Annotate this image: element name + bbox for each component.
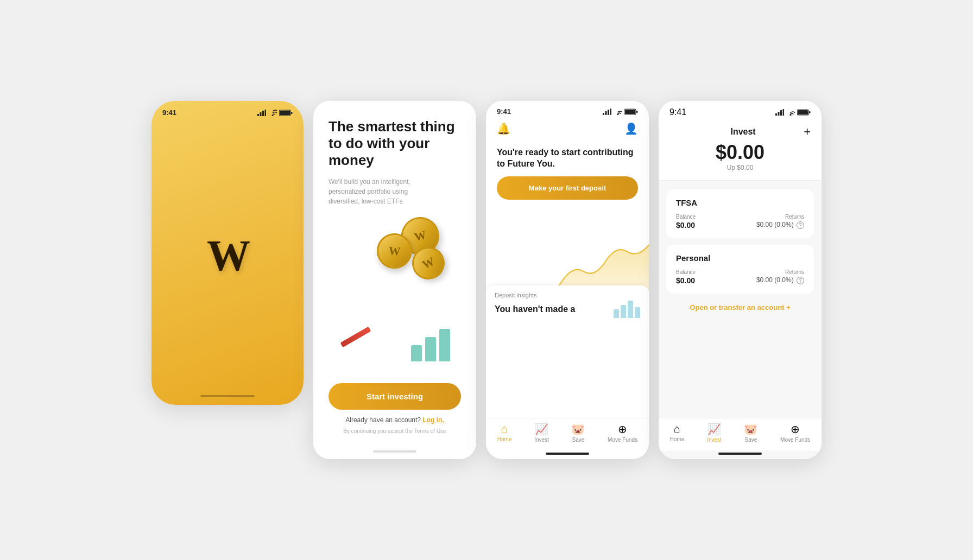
nav-save-label: Save bbox=[572, 437, 585, 443]
invest-screen: 9:41 bbox=[659, 101, 822, 459]
personal-returns-label: Returns bbox=[756, 269, 804, 275]
tfsa-balance-label: Balance bbox=[676, 214, 696, 220]
profile-icon[interactable]: 👤 bbox=[624, 122, 638, 135]
home-nav-icon: ⌂ bbox=[501, 423, 508, 435]
logo-area: W bbox=[207, 117, 248, 395]
nav-move-funds-label: Move Funds bbox=[608, 437, 637, 443]
invest-total-value: $0.00 bbox=[669, 141, 811, 164]
start-investing-button[interactable]: Start investing bbox=[328, 383, 461, 410]
tfsa-returns-label: Returns bbox=[756, 214, 804, 220]
status-bar: 9:41 bbox=[659, 101, 822, 120]
invest-nav-save[interactable]: 🐷 Save bbox=[744, 423, 757, 443]
personal-account-card[interactable]: Personal Balance $0.00 Returns $0.00 (0.… bbox=[666, 245, 814, 294]
nav-save-label: Save bbox=[745, 437, 757, 443]
nav-invest-label: Invest bbox=[534, 437, 549, 443]
personal-details-row: Balance $0.00 Returns $0.00 (0.0%) ? bbox=[676, 269, 804, 285]
nav-invest-label: Invest bbox=[707, 437, 722, 443]
svg-rect-10 bbox=[608, 110, 609, 115]
nav-move-funds[interactable]: ⊕ Move Funds bbox=[608, 423, 637, 443]
bar-3 bbox=[439, 329, 450, 361]
svg-rect-22 bbox=[798, 110, 808, 114]
signal-icon bbox=[257, 110, 266, 116]
bottom-nav: ⌂ Home 📈 Invest 🐷 Save ⊕ Move Funds bbox=[486, 418, 649, 450]
invest-nav-move-funds[interactable]: ⊕ Move Funds bbox=[780, 423, 810, 443]
personal-returns-col: Returns $0.00 (0.0%) ? bbox=[756, 269, 804, 285]
invest-page-title: Invest bbox=[683, 127, 804, 137]
wifi-icon bbox=[786, 109, 795, 116]
svg-rect-8 bbox=[603, 113, 604, 115]
svg-rect-14 bbox=[625, 110, 635, 114]
status-icons bbox=[257, 110, 293, 116]
personal-help-icon[interactable]: ? bbox=[797, 277, 804, 284]
svg-rect-11 bbox=[610, 109, 612, 115]
accounts-list: TFSA Balance $0.00 Returns $0.00 (0.0%) … bbox=[659, 181, 822, 418]
portfolio-chart: Deposit insights You haven't made a bbox=[486, 205, 649, 324]
status-icons bbox=[775, 109, 811, 116]
open-account-link[interactable]: Open or transfer an account + bbox=[666, 300, 814, 315]
nav-move-funds-label: Move Funds bbox=[780, 437, 810, 443]
personal-balance-label: Balance bbox=[676, 269, 696, 275]
home-indicator bbox=[373, 450, 416, 453]
move-funds-nav-icon: ⊕ bbox=[791, 423, 800, 436]
tfsa-help-icon[interactable]: ? bbox=[797, 221, 804, 229]
invest-title-row: Invest + bbox=[669, 125, 811, 139]
svg-rect-19 bbox=[783, 109, 785, 116]
insights-title: You haven't made a bbox=[495, 304, 575, 314]
nav-home-label: Home bbox=[497, 436, 512, 442]
home-greeting: You're ready to start contributing to Fu… bbox=[486, 138, 649, 176]
invest-nav-home[interactable]: ⌂ Home bbox=[670, 423, 685, 443]
svg-point-4 bbox=[272, 114, 274, 116]
mini-bar-4 bbox=[635, 307, 640, 318]
mini-bar-1 bbox=[614, 309, 619, 318]
svg-rect-7 bbox=[291, 112, 293, 114]
status-icons bbox=[603, 109, 638, 115]
wifi-icon bbox=[268, 110, 277, 116]
mini-bar-2 bbox=[621, 305, 626, 318]
svg-rect-17 bbox=[778, 112, 780, 116]
tfsa-balance-value: $0.00 bbox=[676, 221, 696, 230]
splash-screen: 9:41 bbox=[151, 101, 304, 405]
nav-save[interactable]: 🐷 Save bbox=[571, 423, 585, 443]
terms-text: By continuing you accept the Terms of Us… bbox=[328, 428, 461, 434]
login-link[interactable]: Log in. bbox=[422, 416, 444, 424]
bar-group bbox=[411, 329, 450, 361]
svg-rect-6 bbox=[280, 111, 290, 115]
signal-icon bbox=[775, 109, 784, 116]
svg-rect-9 bbox=[605, 111, 607, 115]
deposit-insights-card: Deposit insights You haven't made a bbox=[486, 285, 649, 324]
nav-invest[interactable]: 📈 Invest bbox=[534, 423, 549, 443]
make-deposit-button[interactable]: Make your first deposit bbox=[497, 176, 638, 200]
home-main-content: You're ready to start contributing to Fu… bbox=[486, 138, 649, 418]
status-time: 9:41 bbox=[162, 109, 176, 117]
nav-home[interactable]: ⌂ Home bbox=[497, 423, 512, 443]
onboarding-bottom: Start investing Already have an account?… bbox=[313, 372, 476, 447]
personal-balance-value: $0.00 bbox=[676, 276, 696, 285]
personal-balance-col: Balance $0.00 bbox=[676, 269, 696, 285]
svg-rect-23 bbox=[809, 111, 811, 113]
invest-nav-invest[interactable]: 📈 Invest bbox=[707, 423, 722, 443]
status-time: 9:41 bbox=[669, 107, 686, 117]
svg-rect-2 bbox=[262, 111, 264, 116]
personal-account-name: Personal bbox=[676, 253, 804, 263]
tfsa-account-card[interactable]: TFSA Balance $0.00 Returns $0.00 (0.0%) … bbox=[666, 189, 814, 238]
battery-icon bbox=[279, 110, 293, 116]
save-nav-icon: 🐷 bbox=[744, 423, 757, 436]
onboarding-headline: The smartest thing to do with your money bbox=[328, 118, 461, 169]
tfsa-details-row: Balance $0.00 Returns $0.00 (0.0%) ? bbox=[676, 214, 804, 230]
tfsa-returns-value: $0.00 (0.0%) ? bbox=[756, 221, 804, 229]
battery-icon bbox=[624, 109, 638, 115]
notification-icon[interactable]: 🔔 bbox=[497, 122, 510, 135]
onboarding-illustration: W W W bbox=[328, 212, 461, 372]
home-indicator bbox=[200, 395, 255, 397]
status-time: 9:41 bbox=[497, 107, 511, 116]
app-top-icons: 🔔 👤 bbox=[486, 119, 649, 138]
svg-rect-0 bbox=[257, 114, 259, 116]
svg-rect-1 bbox=[260, 112, 262, 116]
svg-rect-18 bbox=[780, 110, 782, 116]
add-account-button[interactable]: + bbox=[804, 125, 811, 139]
app-logo: W bbox=[207, 231, 248, 281]
invest-nav-icon: 📈 bbox=[707, 423, 721, 436]
invest-up-amount: Up $0.00 bbox=[669, 164, 811, 171]
tfsa-returns-col: Returns $0.00 (0.0%) ? bbox=[756, 214, 804, 230]
home-nav-icon: ⌂ bbox=[674, 423, 680, 435]
